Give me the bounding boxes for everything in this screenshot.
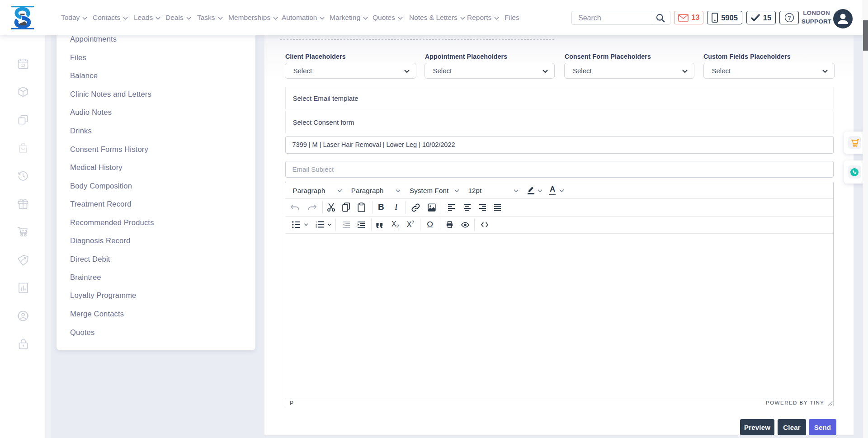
svg-text:12: 12: [21, 63, 25, 68]
svg-text:3: 3: [316, 226, 317, 228]
svg-text:?: ?: [788, 15, 791, 21]
